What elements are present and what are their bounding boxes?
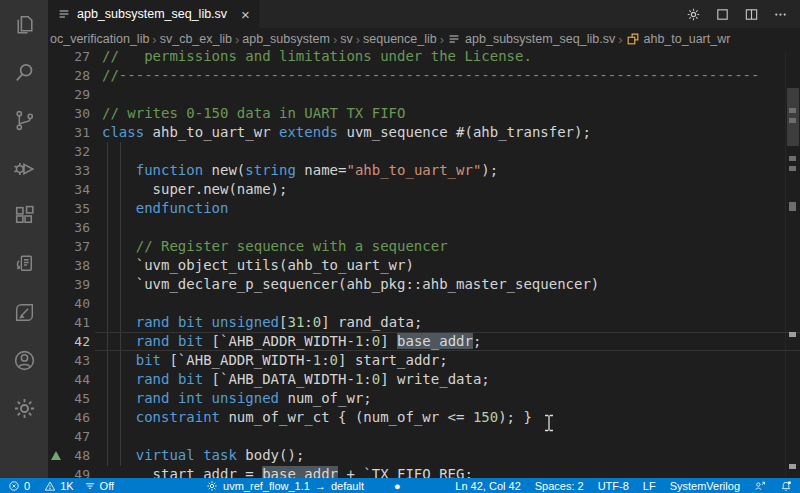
layout-icon[interactable] [715,7,730,22]
code-line-36[interactable]: 36 [48,218,786,237]
code-line-42[interactable]: 42 rand bit [`AHB_ADDR_WIDTH-1:0] base_a… [48,332,786,351]
pencil-icon[interactable] [0,288,48,336]
line-number[interactable]: 27 [64,50,90,66]
line-number[interactable]: 44 [64,370,90,389]
code-line-28[interactable]: 28//------------------------------------… [48,66,786,85]
code-line-30[interactable]: 30// writes 0-150 data in UART TX FIFO [48,104,786,123]
line-number[interactable]: 31 [64,123,90,142]
overview-mark [789,108,796,113]
code-editor[interactable]: 27// permissions and limitations under t… [48,50,800,478]
feedback-icon[interactable] [754,480,766,492]
line-number[interactable]: 36 [64,218,90,237]
overview-mark [789,166,796,171]
extensions-icon[interactable] [0,192,48,240]
line-number[interactable]: 32 [64,142,90,161]
run-test-icon[interactable] [48,446,64,465]
word-highlight: base_addr [262,466,338,478]
code-token: ; [473,333,481,349]
code-line-39[interactable]: 39 `uvm_declare_p_sequencer(ahb_pkg::ahb… [48,275,786,294]
code-line-41[interactable]: 41 rand bit unsigned[31:0] rand_data; [48,313,786,332]
code-token: [`AHB_DATA_WIDTH- [203,371,355,387]
breadcrumb-item[interactable]: apb_subsystem [242,32,330,46]
account-icon[interactable] [0,336,48,384]
split-editor-icon[interactable] [744,7,759,22]
doc-references-icon[interactable] [0,240,48,288]
run-debug-icon[interactable] [0,144,48,192]
line-number[interactable]: 39 [64,275,90,294]
code-line-33[interactable]: 33 function new(string name="ahb_to_uart… [48,161,786,180]
code-token: ); [481,162,498,178]
code-token [102,409,136,425]
code-line-29[interactable]: 29 [48,85,786,104]
line-number[interactable]: 34 [64,180,90,199]
language-mode[interactable]: SystemVerilog [670,480,740,492]
line-number[interactable]: 42 [64,332,90,351]
code-line-40[interactable]: 40 [48,294,786,313]
line-number[interactable]: 45 [64,389,90,408]
task-indicator[interactable]: uvm_ref_flow_1.1 → default [206,480,364,492]
breadcrumb-item[interactable]: sv [340,32,353,46]
tab-apb-subsystem-seq-lib[interactable]: apb_subsystem_seq_lib.sv × [48,0,259,28]
scrollbar-thumb[interactable] [787,88,799,146]
code-line-32[interactable]: 32 [48,142,786,161]
code-line-35[interactable]: 35 endfunction [48,199,786,218]
line-number[interactable]: 41 [64,313,90,332]
code-token: : [321,352,329,368]
screencast-toggle[interactable]: Off [84,480,114,492]
breadcrumb-item[interactable]: sv_cb_ex_lib [160,32,232,46]
line-number[interactable]: 30 [64,104,90,123]
breadcrumb-item[interactable]: sequence_lib [363,32,437,46]
settings-gear-icon[interactable] [686,7,701,22]
scrollbar[interactable] [785,50,800,478]
code-line-37[interactable]: 37 // Register sequence with a sequencer [48,237,786,256]
code-line-47[interactable]: 47 [48,427,786,446]
breadcrumb-item[interactable]: apb_subsystem_seq_lib.sv [447,32,615,46]
code-line-44[interactable]: 44 rand bit [`AHB_DATA_WIDTH-1:0] write_… [48,370,786,389]
line-number[interactable]: 37 [64,237,90,256]
line-number[interactable]: 35 [64,199,90,218]
code-line-45[interactable]: 45 rand int unsigned num_of_wr; [48,389,786,408]
more-actions-icon[interactable] [773,7,788,22]
code-line-49[interactable]: 49 start_addr = base_addr + `TX_FIFO_REG… [48,465,786,478]
line-number[interactable]: 38 [64,256,90,275]
code-line-27[interactable]: 27// permissions and limitations under t… [48,50,786,66]
busy-dot-icon[interactable]: ● [394,480,401,492]
code-line-46[interactable]: 46 constraint num_of_wr_ct { (num_of_wr … [48,408,786,427]
code-line-38[interactable]: 38 `uvm_object_utils(ahb_to_uart_wr) [48,256,786,275]
breadcrumb-separator: › [149,32,159,47]
code-text: bit [`AHB_ADDR_WIDTH-1:0] start_addr; [90,351,448,370]
line-number[interactable]: 40 [64,294,90,313]
code-lines: 27// permissions and limitations under t… [48,50,786,478]
code-text: //--------------------------------------… [90,66,759,85]
line-number[interactable]: 48 [64,446,90,465]
source-control-icon[interactable] [0,96,48,144]
overview-mark [789,118,796,123]
overview-mark [789,156,796,161]
encoding-setting[interactable]: UTF-8 [598,480,629,492]
line-number[interactable]: 47 [64,427,90,446]
code-token: : [363,371,371,387]
line-number[interactable]: 33 [64,161,90,180]
code-line-31[interactable]: 31class ahb_to_uart_wr extends uvm_seque… [48,123,786,142]
line-number[interactable]: 49 [64,465,90,478]
cursor-position[interactable]: Ln 42, Col 42 [455,480,520,492]
notifications-bell-icon[interactable] [780,480,792,492]
line-number[interactable]: 28 [64,66,90,85]
code-line-34[interactable]: 34 super.new(name); [48,180,786,199]
code-line-43[interactable]: 43 bit [`AHB_ADDR_WIDTH-1:0] start_addr; [48,351,786,370]
problems-indicator[interactable]: 0 1K [8,480,74,492]
settings-gear-icon[interactable] [0,384,48,432]
line-number[interactable]: 43 [64,351,90,370]
line-number[interactable]: 29 [64,85,90,104]
line-number[interactable]: 46 [64,408,90,427]
indentation-setting[interactable]: Spaces: 2 [535,480,584,492]
breadcrumb-item[interactable]: oc_verification_lib [50,32,149,46]
close-icon[interactable]: × [241,7,250,22]
glyph-margin [48,294,64,313]
breadcrumb-item[interactable]: ahb_to_uart_wr [626,32,731,46]
eol-setting[interactable]: LF [643,480,656,492]
explorer-icon[interactable] [0,0,48,48]
search-icon[interactable] [0,48,48,96]
code-line-48[interactable]: 48 virtual task body(); [48,446,786,465]
error-icon [8,480,20,492]
